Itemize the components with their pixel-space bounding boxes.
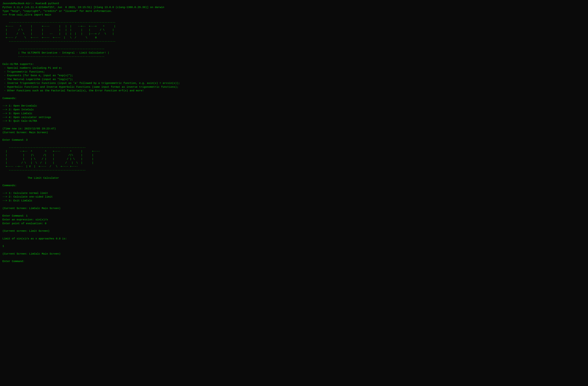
terminal-line: | | |\ /| | /|\ | | — [2, 154, 586, 157]
terminal-line: - Inverse Trigonometric Functions (input… — [2, 81, 586, 85]
blank-line — [2, 43, 586, 47]
blank-line — [2, 135, 586, 138]
terminal-line: ----------------------------------------… — [2, 21, 586, 25]
terminal-line: - Hyperbolic Functions and Inverse Hyper… — [2, 85, 586, 89]
blank-line — [2, 93, 586, 96]
terminal-line: Enter point of evaluation: 0 — [2, 222, 586, 226]
terminal-line: Enter Command: — [2, 260, 586, 263]
terminal-line: ----------------------------------------… — [2, 55, 586, 59]
terminal-line: Python 3.11.4 (v3.11.4:d2340ef257, Jun 6… — [2, 6, 586, 9]
terminal-line: (Current Screen: Main Screen) — [2, 131, 586, 135]
blank-line — [2, 58, 586, 62]
terminal-line: ----------------------------------------… — [2, 146, 586, 150]
terminal-line: 1 — [2, 244, 586, 248]
terminal-line: (Current screen: Limit Screen) — [2, 229, 586, 233]
terminal-line: - Exponents (for base e, input as "exp(x… — [2, 74, 586, 77]
terminal-line: --> 2: Calculate one-sided limit — [2, 195, 586, 199]
terminal-line: - Special numbers including Pi and e; — [2, 66, 586, 70]
terminal-line: --> 4: Open calculator settings — [2, 116, 586, 119]
terminal-line: | / \ | \ / | | / | \ | | — [2, 161, 586, 165]
blank-line — [2, 123, 586, 127]
terminal-line: --> 3: Exit LimCalc — [2, 199, 586, 203]
terminal-line: ----------------------------------------… — [2, 169, 586, 173]
blank-line — [2, 180, 586, 184]
blank-line — [2, 188, 586, 192]
terminal-line: Enter Command: 1 — [2, 214, 586, 218]
blank-line — [2, 225, 586, 229]
terminal-line: --> 1: Calculate normal limit — [2, 192, 586, 195]
terminal-line: | / \ | | -- | | | | | |---+ / \ | — [2, 32, 586, 36]
terminal-line: | | | \ / | | / | \ | | — [2, 157, 586, 161]
terminal-line: +---- --+-- | V | +---- / \ +---- +---- — [2, 165, 586, 169]
terminal-line: Type "help", "copyright", "credits" or "… — [2, 9, 586, 13]
terminal-line: +---- / \ +---- +---- +---- | \ / \ 0 — [2, 36, 586, 40]
terminal-line: --> 5: Quit Calc-ULTRA — [2, 119, 586, 123]
terminal-line: Limit of sin(x)/x as x approaches 0.0 is… — [2, 237, 586, 241]
blank-line — [2, 256, 586, 260]
blank-line — [2, 203, 586, 207]
terminal-line: - Other Functions such as the Factorial … — [2, 89, 586, 93]
terminal-line: The Limit Calculator — [2, 176, 586, 180]
terminal-line: Commands: — [2, 96, 586, 100]
terminal-output: JasondeMacBook-Air:~ Huatao$ python3Pyth… — [2, 2, 586, 263]
terminal-line: +---- ^ | +---- | | | --+-- +---+ ^ | — [2, 25, 586, 28]
terminal-line: --> 2: Open InteCalc — [2, 108, 586, 112]
blank-line — [2, 248, 586, 252]
terminal-line: - The Natural Logarithm (input as "log(x… — [2, 77, 586, 81]
blank-line — [2, 241, 586, 244]
terminal-line: - Trigonometric functions; — [2, 70, 586, 74]
terminal-window: JasondeMacBook-Air:~ Huatao$ python3Pyth… — [2, 2, 586, 263]
blank-line — [2, 17, 586, 21]
terminal-line: Enter an expression: sin(x)/x — [2, 218, 586, 222]
terminal-line: Commands: — [2, 184, 586, 188]
terminal-line: ----------------------------------------… — [2, 40, 586, 44]
blank-line — [2, 100, 586, 104]
terminal-line: (Time now is: 2023/12/05 19:23:47) — [2, 127, 586, 131]
blank-line — [2, 173, 586, 176]
terminal-line: --> 1: Open DerivaCalc — [2, 104, 586, 108]
blank-line — [2, 233, 586, 237]
terminal-line: --> 3: Open LimCalc — [2, 112, 586, 116]
terminal-line: (Current Screen: LimCalc Main Screen) — [2, 252, 586, 256]
blank-line — [2, 142, 586, 146]
terminal-line: | The ULTIMATE Derivative - Integral - L… — [2, 51, 586, 55]
terminal-line: | / \ | | | | | | | / \ | — [2, 28, 586, 32]
blank-line — [2, 210, 586, 214]
terminal-line: ----------------------------------------… — [2, 47, 586, 51]
terminal-line: (Current Screen: LimCalc Main Screen) — [2, 207, 586, 211]
terminal-line: Calc-ULTRA supports: — [2, 62, 586, 66]
terminal-line: >>> from calc_ultra import main — [2, 13, 586, 17]
terminal-line: | --+-- ^ ^ +---- ^ | +---- — [2, 150, 586, 154]
terminal-line: Enter Command: 3 — [2, 138, 586, 142]
terminal-line: JasondeMacBook-Air:~ Huatao$ python3 — [2, 2, 586, 6]
